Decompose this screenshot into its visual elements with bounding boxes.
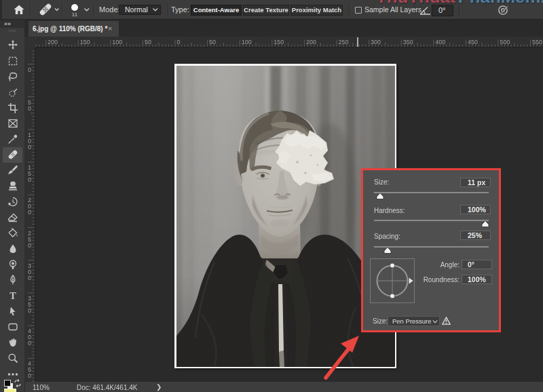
svg-text:0: 0: [28, 176, 31, 183]
svg-text:200: 200: [306, 39, 316, 45]
svg-text:50: 50: [209, 39, 216, 45]
svg-text:450: 450: [468, 39, 478, 45]
svg-text:100: 100: [242, 39, 252, 45]
svg-text:0: 0: [28, 340, 31, 347]
svg-text:400: 400: [435, 39, 445, 45]
svg-text:0: 0: [28, 66, 31, 73]
svg-text:300: 300: [371, 39, 381, 45]
svg-text:200: 200: [48, 39, 58, 45]
svg-text:150: 150: [80, 39, 90, 45]
svg-text:0: 0: [28, 105, 31, 112]
svg-text:250: 250: [339, 39, 349, 45]
svg-text:0: 0: [28, 144, 31, 151]
svg-text:0: 0: [28, 242, 31, 249]
svg-text:0: 0: [28, 209, 31, 216]
svg-text:350: 350: [403, 39, 413, 45]
svg-text:150: 150: [274, 39, 284, 45]
svg-text:0: 0: [177, 39, 181, 45]
svg-text:0: 0: [28, 307, 31, 314]
svg-text:0: 0: [28, 372, 31, 379]
svg-text:100: 100: [112, 39, 122, 45]
svg-text:0: 0: [28, 275, 31, 281]
svg-text:50: 50: [145, 39, 151, 45]
svg-text:550: 550: [532, 39, 542, 45]
svg-text:500: 500: [500, 39, 510, 45]
